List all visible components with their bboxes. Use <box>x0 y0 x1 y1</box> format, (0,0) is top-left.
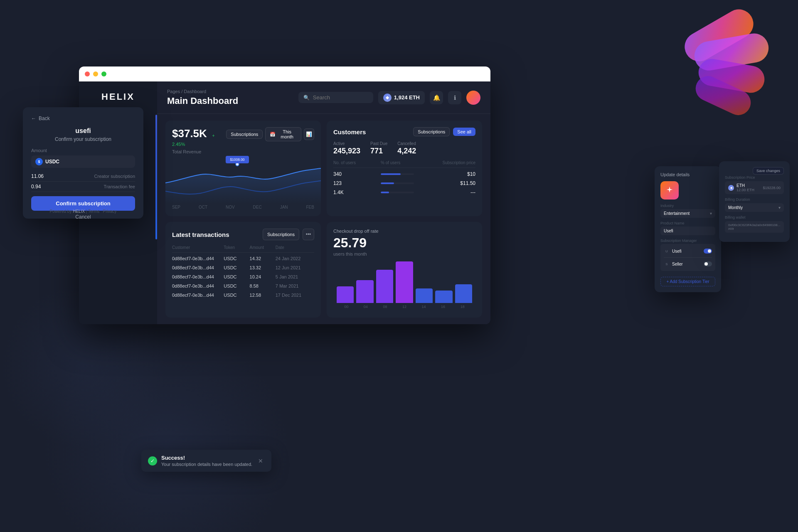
col-header-percent: % of users <box>381 160 428 165</box>
user-avatar[interactable] <box>466 91 480 105</box>
stat-active-label: Active <box>333 141 360 146</box>
list-item: 0d88ecf7-0e3b...d44 USDC 8.58 7 Mar 2021 <box>172 283 314 288</box>
add-subscription-tier-button[interactable]: + Add Subscription Tier <box>660 277 715 286</box>
row-price-1: $10 <box>428 171 475 177</box>
notification-button[interactable]: 🔔 <box>430 91 443 104</box>
customers-subscriptions-dropdown[interactable]: Subscriptions <box>413 127 450 136</box>
industry-value[interactable]: Entertainment ▾ <box>660 209 715 218</box>
manager-item-seller: S Seller <box>664 259 712 268</box>
success-toast: ✓ Success! Your subscription details hav… <box>141 450 271 472</box>
revenue-chart-svg: $1008.00 <box>165 154 321 204</box>
wallet-label: Billing wallet <box>725 215 784 219</box>
manager-field: Subscription Manager U Usefi S Seller <box>660 239 715 271</box>
manager-seller-toggle[interactable] <box>704 261 712 266</box>
eth-icon: ◆ <box>383 94 392 102</box>
transaction-fee-value: 0.94 <box>31 184 41 190</box>
manager-seller-icon: S <box>664 261 670 267</box>
stat-past-due-label: Past Due <box>370 141 387 146</box>
checkout-title: Checkout drop off rate <box>333 229 475 234</box>
billing-duration-field[interactable]: Monthly ▾ <box>725 203 784 212</box>
tx-col-token: Token <box>224 245 249 250</box>
row-users-2: 123 <box>333 180 381 186</box>
checkout-subtitle: users this month <box>333 251 475 256</box>
confirm-subscription-button[interactable]: Confirm subscription <box>31 196 135 211</box>
row-price-2: $11.50 <box>428 180 475 186</box>
amount-label: Amount <box>31 148 135 153</box>
progress-bar-2 <box>381 182 414 184</box>
wallet-field[interactable]: 0xf00c3C623FA3a2a0c64986108...#09 <box>725 221 784 233</box>
search-icon: 🔍 <box>303 95 310 101</box>
eth-currency: ETH <box>736 183 754 188</box>
bar-item-7 <box>455 284 472 303</box>
customers-title: Customers <box>333 128 366 135</box>
eth-price-field[interactable]: ◆ ETH 12.00 ETH $19228.00 <box>725 181 784 194</box>
traffic-light-close[interactable] <box>85 71 90 76</box>
toast-check-icon: ✓ <box>148 456 157 466</box>
tx-date-1: 24 Jan 2022 <box>276 256 314 261</box>
page-title: Main Dashboard <box>167 96 238 106</box>
subscriptions-dropdown[interactable]: Subscriptions <box>226 130 263 139</box>
creator-fee-label: Creator subscription <box>94 174 135 179</box>
bar-labels: 00 04 08 12 14 16 18 <box>333 305 475 309</box>
back-button[interactable]: ← Back <box>31 116 135 121</box>
search-input[interactable] <box>313 94 363 101</box>
bar-label-04: 04 <box>364 305 368 309</box>
tx-customer-5: 0d88ecf7-0e3b...d44 <box>172 293 224 298</box>
bar-label-18: 18 <box>461 305 465 309</box>
product-name-field: Product Name Usefi <box>660 221 715 235</box>
stat-cancelled-label: Cancelled <box>397 141 416 146</box>
tx-amount-2: 13.32 <box>250 265 276 270</box>
manager-label: Subscription Manager <box>660 239 715 243</box>
bar-5 <box>416 288 433 303</box>
product-name-value[interactable]: Usefi <box>660 227 715 235</box>
table-row: 1.4K --- <box>333 190 475 195</box>
customers-card: Customers Subscriptions See all Active 2… <box>327 121 482 216</box>
list-item: 0d88ecf7-0e3b...d44 USDC 13.32 12 Jun 20… <box>172 265 314 270</box>
tx-customer-4: 0d88ecf7-0e3b...d44 <box>172 283 224 288</box>
table-row: 123 $11.50 <box>333 180 475 186</box>
transactions-card: Latest transactions Subscriptions ••• Cu… <box>165 222 321 318</box>
transactions-subscriptions-dropdown[interactable]: Subscriptions <box>263 229 299 240</box>
traffic-light-maximize[interactable] <box>101 71 106 76</box>
bar-2 <box>356 280 373 303</box>
chart-label-jan: JAN <box>280 205 288 209</box>
stat-past-due-value: 771 <box>370 147 387 155</box>
see-all-button[interactable]: See all <box>453 128 475 136</box>
panel-footer: Powered by HELIX | Terms Privacy <box>23 209 143 214</box>
cancel-link[interactable]: Cancel <box>31 214 135 220</box>
chart-type-button[interactable]: 📊 <box>304 128 314 140</box>
table-row: 340 $10 <box>333 171 475 177</box>
subscription-confirm-panel: ← Back usefi Confirm your subscription A… <box>23 107 143 219</box>
search-bar[interactable]: 🔍 <box>298 92 373 103</box>
tx-customer-3: 0d88ecf7-0e3b...d44 <box>172 274 224 279</box>
progress-bar-3 <box>381 192 414 193</box>
checkout-bar-chart <box>333 261 475 303</box>
this-month-dropdown[interactable]: 📅 This month <box>265 127 301 141</box>
transaction-fee-row: 0.94 Transaction fee <box>31 182 135 192</box>
revenue-card: $37.5K + 2.45% Subscriptions 📅 This mont… <box>165 121 321 216</box>
decorative-shapes <box>615 12 773 170</box>
chart-label-feb: FEB <box>306 205 314 209</box>
transactions-more-button[interactable]: ••• <box>303 229 314 240</box>
wallet-value: 0xf00c3C623FA3a2a0c64986108...#09 <box>728 223 781 231</box>
creator-fee-row: 11.06 Creator subscription <box>31 171 135 182</box>
tx-token-2: USDC <box>224 265 249 270</box>
traffic-light-minimize[interactable] <box>93 71 98 76</box>
tx-amount-3: 10.24 <box>250 274 276 279</box>
toast-close-button[interactable]: ✕ <box>256 457 265 465</box>
sidebar-logo: HELIX <box>101 91 135 102</box>
row-price-3: --- <box>428 190 475 195</box>
bar-item-2 <box>356 280 373 303</box>
progress-fill-3 <box>381 192 389 193</box>
tx-customer-1: 0d88ecf7-0e3b...d44 <box>172 256 224 261</box>
manager-usefi-info: U Usefi <box>664 248 682 254</box>
usdc-icon: $ <box>35 158 43 165</box>
breadcrumb: Pages / Dashboard <box>167 89 238 94</box>
manager-divider <box>664 257 712 258</box>
revenue-chart: $1008.00 <box>165 154 321 204</box>
transactions-header: Latest transactions Subscriptions ••• <box>172 229 314 240</box>
tx-date-3: 5 Jan 2021 <box>276 274 314 279</box>
manager-usefi-toggle[interactable] <box>704 249 712 254</box>
info-button[interactable]: ℹ <box>448 91 461 104</box>
tx-token-5: USDC <box>224 293 249 298</box>
